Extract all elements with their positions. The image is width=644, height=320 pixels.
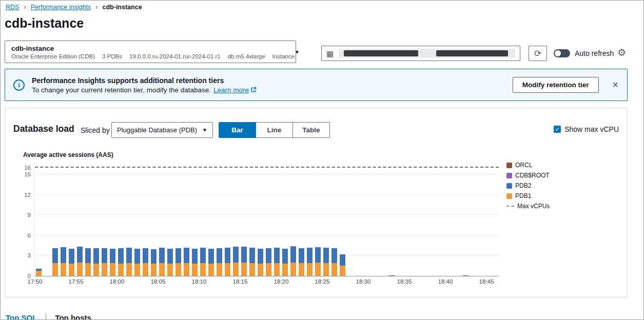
chart-bar-segment <box>85 248 91 263</box>
chart-bar-segment <box>200 248 206 263</box>
x-axis-tick-label: 18:35 <box>397 278 412 285</box>
x-axis-tick-label: 18:05 <box>151 278 166 285</box>
refresh-button[interactable]: ⟳ <box>529 46 547 61</box>
legend-color-swatch <box>506 173 512 178</box>
y-axis-tick-label: 15 <box>14 171 31 177</box>
legend-item: PDB2 <box>506 182 550 189</box>
database-load-panel: Database load Sliced by Pluggable Databa… <box>5 108 628 297</box>
chevron-down-icon: ▼ <box>295 49 300 55</box>
toggle-knob <box>555 50 561 56</box>
chart-bar-segment <box>77 247 83 263</box>
auto-refresh-label: Auto refresh <box>575 49 614 57</box>
learn-more-link[interactable]: Learn more <box>213 86 257 94</box>
gear-icon[interactable]: ⚙ <box>617 47 626 58</box>
chart-bar-segment <box>184 263 189 276</box>
retention-banner: i Performance Insights supports addition… <box>5 69 628 101</box>
chart-bar-segment <box>167 264 173 276</box>
performance-insights-page: RDS › Performance insights › cdb-instanc… <box>0 0 644 320</box>
tab-top-hosts[interactable]: Top hosts <box>55 313 91 320</box>
chart-bar-segment <box>266 263 271 276</box>
chart-bar-segment <box>241 247 247 263</box>
chart-plot: 036912151617:5017:5518:0018:0518:1018:15… <box>34 163 499 276</box>
tab-top-sql[interactable]: Top SQL <box>6 313 37 320</box>
chart-bar-segment <box>299 263 304 276</box>
breadcrumb-link-performance-insights[interactable]: Performance insights <box>31 4 91 11</box>
chart-bar-segment <box>331 263 337 276</box>
chart-bar-segment <box>175 263 181 276</box>
chart-bar-segment <box>290 263 296 276</box>
x-axis-tick-label: 18:45 <box>479 278 494 285</box>
chart-bar-segment <box>151 264 157 276</box>
auto-refresh-toggle[interactable] <box>554 49 570 57</box>
chart-bar-segment <box>217 248 222 263</box>
chart-bar-segment <box>69 249 74 264</box>
time-range-input[interactable]: ▦ <box>321 46 520 61</box>
redaction-block <box>436 50 508 56</box>
legend-label: CDB$ROOT <box>515 172 550 179</box>
y-axis-tick-label: 6 <box>14 232 31 238</box>
legend-item: PDB1 <box>506 192 550 199</box>
x-axis-tick-label: 18:40 <box>438 278 453 285</box>
chart-bar-segment <box>208 264 214 276</box>
y-axis-tick-label: 12 <box>14 192 31 198</box>
legend-label: PDB2 <box>515 182 531 189</box>
banner-text: Performance Insights supports additional… <box>32 76 505 94</box>
chart-bar-segment <box>299 248 304 263</box>
chart-bar-segment <box>61 263 66 276</box>
legend-label: ORCL <box>515 162 532 169</box>
slice-by-select[interactable]: Pluggable Database (PDB) ▼ <box>111 122 213 138</box>
sliced-by-label: Sliced by <box>81 126 110 134</box>
view-tab-line[interactable]: Line <box>256 122 293 138</box>
bottom-tabs-clipped: Top SQL Top hosts <box>6 313 91 320</box>
tab-divider <box>46 313 46 320</box>
view-tab-bar[interactable]: Bar <box>219 122 256 138</box>
chart-bar-segment <box>217 263 222 276</box>
chart-legend: ORCLCDB$ROOTPDB2PDB1Max vCPUs <box>506 162 550 210</box>
calendar-icon: ▦ <box>326 50 334 57</box>
legend-item: CDB$ROOT <box>506 172 550 179</box>
instance-engine: Oracle Enterprise Edition (CDB) <box>11 53 95 59</box>
x-axis-tick-label: 18:15 <box>233 278 248 285</box>
show-max-vcpu-checkbox[interactable]: ✓ <box>554 126 561 133</box>
chart-bar-segment <box>167 249 173 264</box>
info-icon: i <box>13 79 25 91</box>
instance-selector-name: cdb-instance <box>11 45 295 52</box>
chart-bar-segment <box>315 247 321 263</box>
chart-bar-segment <box>93 248 99 264</box>
instance-type: Instance <box>272 53 295 59</box>
chart-bar-segment <box>159 263 165 276</box>
chart-bar-segment <box>315 263 321 276</box>
chart-bar-segment <box>192 264 198 276</box>
breadcrumb-chevron-icon: › <box>24 3 26 11</box>
breadcrumb-link-rds[interactable]: RDS <box>6 4 19 11</box>
chart-bar-segment <box>36 269 42 271</box>
chart-bar-segment <box>143 263 148 276</box>
show-max-vcpu-control[interactable]: ✓ Show max vCPU <box>554 125 619 133</box>
chart-bar-segment <box>126 248 132 263</box>
x-axis-tick-label: 18:30 <box>356 278 371 285</box>
x-axis-tick-label: 18:00 <box>110 278 125 285</box>
instance-version: 19.0.0.0.ru-2024-01.rur-2024-01.r1 <box>129 53 221 59</box>
chart-bar-segment <box>290 246 296 247</box>
instance-selector-content: cdb-instance Oracle Enterprise Edition (… <box>11 45 295 59</box>
banner-title: Performance Insights supports additional… <box>32 76 505 85</box>
redaction-block <box>344 50 418 56</box>
instance-selector[interactable]: cdb-instance Oracle Enterprise Edition (… <box>5 41 296 63</box>
chart-bar-segment <box>225 263 230 276</box>
chart-bar-segment <box>134 249 140 264</box>
chart-bar-segment <box>258 249 263 264</box>
chart-bar-segment <box>52 263 58 276</box>
chart-bar-segment <box>307 248 313 263</box>
close-icon[interactable]: ✕ <box>612 80 619 90</box>
chart-bar-segment <box>249 263 255 276</box>
x-axis-tick-label: 18:10 <box>192 278 207 285</box>
chart-bar-segment <box>266 248 271 263</box>
modify-retention-tier-button[interactable]: Modify retention tier <box>513 77 599 93</box>
instance-selector-details: Oracle Enterprise Edition (CDB) 3 PDBs 1… <box>11 53 295 59</box>
x-axis-tick-label: 17:55 <box>69 278 84 285</box>
chart-bar-segment <box>463 275 469 276</box>
chart-bar-segment <box>249 248 255 263</box>
chart-bar-segment <box>36 271 42 276</box>
view-tab-table[interactable]: Table <box>292 122 330 138</box>
chart-bar-segment <box>282 264 288 276</box>
